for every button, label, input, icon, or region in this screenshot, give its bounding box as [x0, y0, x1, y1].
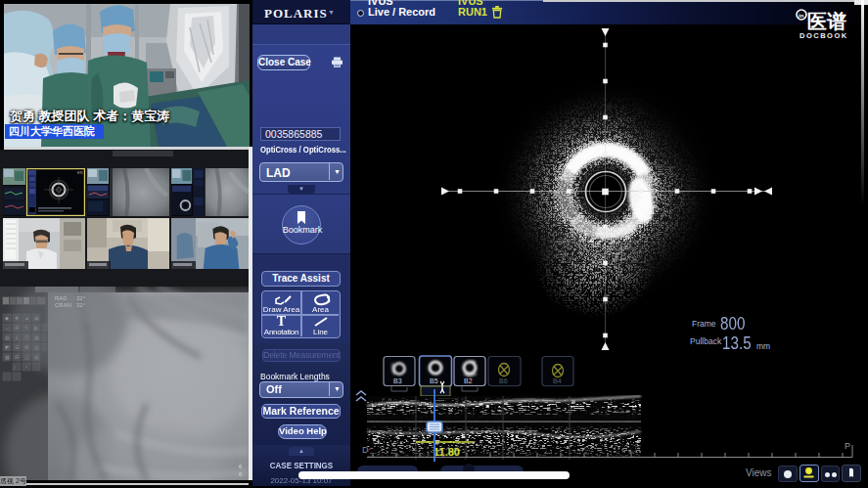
svg-text:32°: 32°	[76, 295, 86, 301]
svg-text:↔: ↔	[5, 325, 10, 331]
svg-text:B3: B3	[393, 377, 402, 384]
svg-text:◆: ◆	[5, 315, 9, 321]
svg-text:RAD: RAD	[55, 295, 68, 301]
svg-text:in: in	[799, 13, 804, 19]
svg-text:D: D	[362, 445, 369, 455]
svg-text:B6: B6	[499, 377, 508, 384]
svg-text:ER: ER	[77, 170, 83, 175]
svg-text:B2: B2	[464, 377, 473, 384]
svg-text:P: P	[845, 441, 850, 451]
svg-text:CRAN: CRAN	[55, 302, 71, 308]
svg-text:▧: ▧	[5, 354, 10, 360]
svg-text:B4: B4	[553, 377, 562, 384]
svg-text:32°: 32°	[76, 302, 86, 308]
svg-text:◩: ◩	[5, 344, 10, 350]
svg-text:B5: B5	[430, 377, 438, 384]
svg-text:⊟: ⊟	[15, 354, 19, 360]
svg-text:◔: ◔	[24, 364, 27, 370]
svg-text:11.80: 11.80	[434, 446, 460, 458]
svg-text:▤: ▤	[5, 334, 10, 340]
